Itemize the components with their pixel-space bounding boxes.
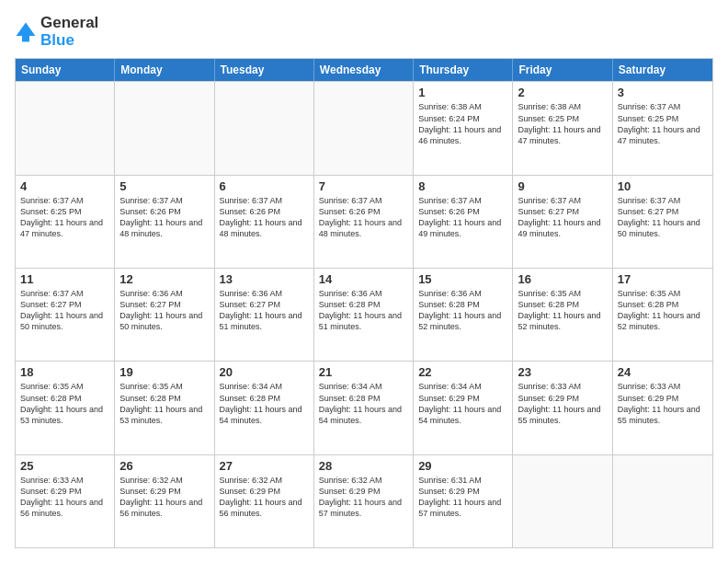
calendar-header: SundayMondayTuesdayWednesdayThursdayFrid…	[16, 59, 712, 81]
day-number: 1	[418, 86, 507, 99]
day-info: Sunrise: 6:36 AMSunset: 6:27 PMDaylight:…	[220, 288, 309, 333]
calendar-cell	[513, 455, 612, 547]
header-day-tuesday: Tuesday	[215, 59, 314, 81]
header-day-saturday: Saturday	[613, 59, 712, 81]
day-info: Sunrise: 6:36 AMSunset: 6:28 PMDaylight:…	[418, 288, 507, 333]
day-info: Sunrise: 6:38 AMSunset: 6:24 PMDaylight:…	[418, 101, 507, 146]
day-number: 18	[20, 365, 109, 379]
calendar-cell: 4Sunrise: 6:37 AMSunset: 6:25 PMDaylight…	[16, 176, 115, 268]
day-number: 7	[319, 179, 408, 193]
day-number: 13	[220, 272, 309, 286]
header-day-wednesday: Wednesday	[314, 59, 414, 81]
calendar-cell: 9Sunrise: 6:37 AMSunset: 6:27 PMDaylight…	[513, 176, 612, 268]
calendar-cell: 28Sunrise: 6:32 AMSunset: 6:29 PMDayligh…	[314, 455, 414, 547]
calendar-row-3: 18Sunrise: 6:35 AMSunset: 6:28 PMDayligh…	[16, 361, 712, 454]
day-info: Sunrise: 6:35 AMSunset: 6:28 PMDaylight:…	[618, 288, 708, 333]
day-info: Sunrise: 6:37 AMSunset: 6:27 PMDaylight:…	[518, 195, 607, 240]
day-info: Sunrise: 6:37 AMSunset: 6:26 PMDaylight:…	[119, 195, 209, 240]
calendar-cell	[215, 82, 314, 174]
day-info: Sunrise: 6:37 AMSunset: 6:26 PMDaylight:…	[319, 195, 408, 240]
calendar-cell: 18Sunrise: 6:35 AMSunset: 6:28 PMDayligh…	[16, 362, 115, 454]
day-number: 16	[518, 272, 607, 286]
day-info: Sunrise: 6:37 AMSunset: 6:25 PMDaylight:…	[618, 101, 708, 146]
calendar-cell: 3Sunrise: 6:37 AMSunset: 6:25 PMDaylight…	[613, 82, 712, 174]
svg-rect-1	[22, 36, 29, 41]
calendar-cell: 15Sunrise: 6:36 AMSunset: 6:28 PMDayligh…	[414, 269, 513, 361]
calendar-row-0: 1Sunrise: 6:38 AMSunset: 6:24 PMDaylight…	[16, 81, 712, 174]
calendar-cell: 7Sunrise: 6:37 AMSunset: 6:26 PMDaylight…	[314, 176, 414, 268]
day-number: 10	[618, 179, 708, 193]
logo: General Blue	[15, 15, 98, 49]
calendar-row-1: 4Sunrise: 6:37 AMSunset: 6:25 PMDaylight…	[16, 175, 712, 268]
day-info: Sunrise: 6:34 AMSunset: 6:28 PMDaylight:…	[220, 381, 309, 426]
day-info: Sunrise: 6:33 AMSunset: 6:29 PMDaylight:…	[618, 381, 708, 426]
calendar-row-2: 11Sunrise: 6:37 AMSunset: 6:27 PMDayligh…	[16, 268, 712, 361]
day-number: 14	[319, 272, 408, 286]
logo-text: General Blue	[40, 15, 98, 49]
day-info: Sunrise: 6:37 AMSunset: 6:27 PMDaylight:…	[618, 195, 708, 240]
page: General Blue SundayMondayTuesdayWednesda…	[0, 0, 728, 563]
day-info: Sunrise: 6:33 AMSunset: 6:29 PMDaylight:…	[518, 381, 607, 426]
calendar-cell: 14Sunrise: 6:36 AMSunset: 6:28 PMDayligh…	[314, 269, 414, 361]
calendar-cell	[115, 82, 214, 174]
header-day-sunday: Sunday	[16, 59, 115, 81]
header: General Blue	[15, 15, 713, 49]
day-number: 4	[20, 179, 109, 193]
day-info: Sunrise: 6:35 AMSunset: 6:28 PMDaylight:…	[119, 381, 209, 426]
header-day-monday: Monday	[115, 59, 214, 81]
day-number: 12	[119, 272, 209, 286]
day-info: Sunrise: 6:32 AMSunset: 6:29 PMDaylight:…	[220, 475, 309, 520]
day-number: 28	[319, 459, 408, 473]
header-day-thursday: Thursday	[414, 59, 513, 81]
day-info: Sunrise: 6:32 AMSunset: 6:29 PMDaylight:…	[119, 475, 209, 520]
day-info: Sunrise: 6:36 AMSunset: 6:27 PMDaylight:…	[119, 288, 209, 333]
calendar: SundayMondayTuesdayWednesdayThursdayFrid…	[15, 58, 713, 548]
calendar-cell: 22Sunrise: 6:34 AMSunset: 6:29 PMDayligh…	[414, 362, 513, 454]
calendar-cell: 12Sunrise: 6:36 AMSunset: 6:27 PMDayligh…	[115, 269, 214, 361]
day-number: 9	[518, 179, 607, 193]
day-number: 23	[518, 365, 607, 379]
day-number: 26	[119, 459, 209, 473]
day-number: 3	[618, 86, 708, 99]
day-number: 20	[220, 365, 309, 379]
calendar-row-4: 25Sunrise: 6:33 AMSunset: 6:29 PMDayligh…	[16, 454, 712, 547]
day-number: 29	[418, 459, 507, 473]
calendar-cell: 23Sunrise: 6:33 AMSunset: 6:29 PMDayligh…	[513, 362, 612, 454]
calendar-cell: 17Sunrise: 6:35 AMSunset: 6:28 PMDayligh…	[613, 269, 712, 361]
day-info: Sunrise: 6:32 AMSunset: 6:29 PMDaylight:…	[319, 475, 408, 520]
day-info: Sunrise: 6:37 AMSunset: 6:26 PMDaylight:…	[220, 195, 309, 240]
calendar-cell: 19Sunrise: 6:35 AMSunset: 6:28 PMDayligh…	[115, 362, 214, 454]
calendar-cell: 10Sunrise: 6:37 AMSunset: 6:27 PMDayligh…	[613, 176, 712, 268]
calendar-cell: 11Sunrise: 6:37 AMSunset: 6:27 PMDayligh…	[16, 269, 115, 361]
logo-icon	[15, 21, 37, 43]
calendar-cell: 20Sunrise: 6:34 AMSunset: 6:28 PMDayligh…	[215, 362, 314, 454]
day-number: 21	[319, 365, 408, 379]
day-number: 15	[418, 272, 507, 286]
calendar-cell: 27Sunrise: 6:32 AMSunset: 6:29 PMDayligh…	[215, 455, 314, 547]
day-info: Sunrise: 6:33 AMSunset: 6:29 PMDaylight:…	[20, 475, 109, 520]
day-number: 5	[119, 179, 209, 193]
calendar-cell: 2Sunrise: 6:38 AMSunset: 6:25 PMDaylight…	[513, 82, 612, 174]
day-info: Sunrise: 6:34 AMSunset: 6:28 PMDaylight:…	[319, 381, 408, 426]
calendar-cell	[16, 82, 115, 174]
day-number: 19	[119, 365, 209, 379]
header-day-friday: Friday	[513, 59, 612, 81]
day-number: 24	[618, 365, 708, 379]
svg-marker-0	[17, 22, 36, 35]
day-number: 2	[518, 86, 607, 99]
calendar-cell: 24Sunrise: 6:33 AMSunset: 6:29 PMDayligh…	[613, 362, 712, 454]
day-info: Sunrise: 6:37 AMSunset: 6:26 PMDaylight:…	[418, 195, 507, 240]
calendar-cell: 8Sunrise: 6:37 AMSunset: 6:26 PMDaylight…	[414, 176, 513, 268]
day-info: Sunrise: 6:31 AMSunset: 6:29 PMDaylight:…	[418, 475, 507, 520]
day-info: Sunrise: 6:35 AMSunset: 6:28 PMDaylight:…	[518, 288, 607, 333]
day-info: Sunrise: 6:37 AMSunset: 6:25 PMDaylight:…	[20, 195, 109, 240]
calendar-body: 1Sunrise: 6:38 AMSunset: 6:24 PMDaylight…	[16, 81, 712, 547]
calendar-cell	[613, 455, 712, 547]
day-info: Sunrise: 6:37 AMSunset: 6:27 PMDaylight:…	[20, 288, 109, 333]
calendar-cell: 16Sunrise: 6:35 AMSunset: 6:28 PMDayligh…	[513, 269, 612, 361]
day-number: 22	[418, 365, 507, 379]
calendar-cell: 21Sunrise: 6:34 AMSunset: 6:28 PMDayligh…	[314, 362, 414, 454]
day-info: Sunrise: 6:36 AMSunset: 6:28 PMDaylight:…	[319, 288, 408, 333]
day-info: Sunrise: 6:35 AMSunset: 6:28 PMDaylight:…	[20, 381, 109, 426]
day-info: Sunrise: 6:34 AMSunset: 6:29 PMDaylight:…	[418, 381, 507, 426]
